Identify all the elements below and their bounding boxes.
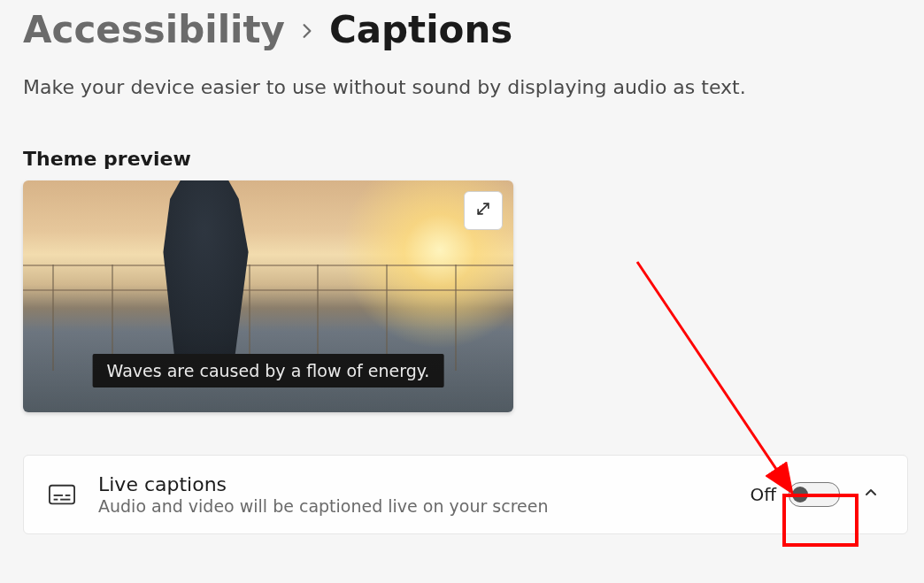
breadcrumb: Accessibility Captions	[23, 9, 901, 51]
breadcrumb-parent[interactable]: Accessibility	[23, 9, 285, 51]
theme-preview-thumbnail[interactable]: Waves are caused by a flow of energy.	[23, 180, 513, 412]
expand-section-button[interactable]	[859, 483, 882, 506]
expand-preview-button[interactable]	[464, 191, 503, 230]
theme-preview-heading: Theme preview	[23, 148, 901, 170]
live-captions-title: Live captions	[98, 473, 727, 495]
breadcrumb-current: Captions	[329, 9, 512, 51]
captions-icon	[49, 484, 75, 505]
live-captions-toggle[interactable]	[789, 482, 840, 507]
expand-icon	[474, 200, 492, 221]
page-subtitle: Make your device easier to use without s…	[23, 76, 901, 98]
live-captions-card: Live captions Audio and video will be ca…	[23, 455, 908, 534]
chevron-right-icon	[299, 19, 315, 45]
live-captions-subtitle: Audio and video will be captioned live o…	[98, 496, 727, 516]
preview-scene-figure	[135, 180, 273, 380]
chevron-up-icon	[864, 486, 878, 503]
preview-caption-text: Waves are caused by a flow of energy.	[93, 354, 444, 387]
live-captions-row: Live captions Audio and video will be ca…	[24, 456, 907, 533]
live-captions-toggle-state: Off	[750, 484, 776, 505]
svg-line-0	[478, 203, 489, 214]
